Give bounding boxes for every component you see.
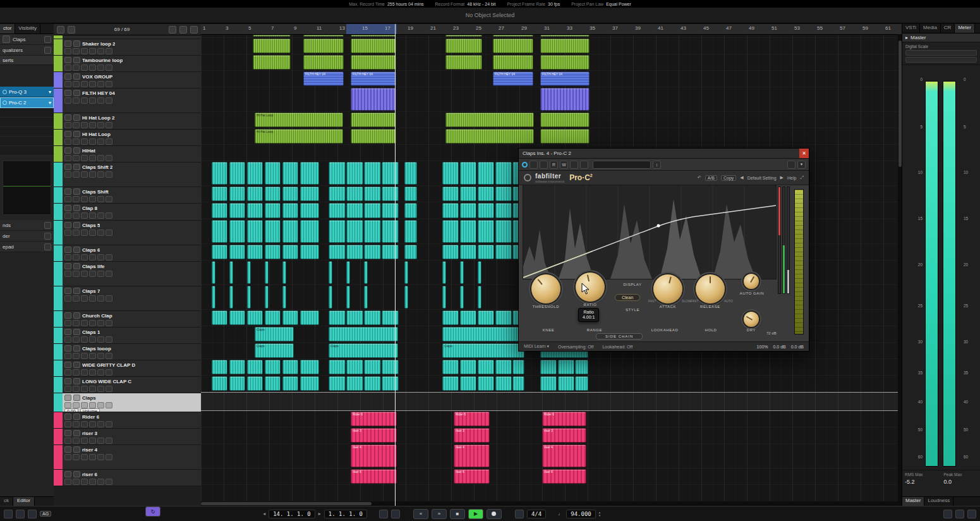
solo-button[interactable] xyxy=(73,205,80,211)
audio-clip[interactable] xyxy=(442,162,459,185)
freeze-button[interactable] xyxy=(106,271,112,277)
freeze-button[interactable] xyxy=(106,122,112,128)
audio-clip[interactable] xyxy=(478,376,494,391)
audio-clip[interactable] xyxy=(512,376,524,391)
edit-channel-button[interactable] xyxy=(81,171,88,178)
audio-clip[interactable]: Hi Hat Loop xyxy=(255,129,343,144)
track-row[interactable]: Clap 8 xyxy=(54,204,201,221)
solo-button[interactable] xyxy=(73,147,80,154)
monitor-button[interactable] xyxy=(73,438,80,444)
audio-clip[interactable] xyxy=(540,129,590,144)
automation-write-button[interactable] xyxy=(97,336,104,343)
automation-write-button[interactable] xyxy=(97,254,104,260)
audio-clip[interactable] xyxy=(382,203,399,218)
read-button[interactable]: R xyxy=(550,161,558,169)
monitor-button[interactable] xyxy=(73,454,80,460)
record-arm-button[interactable] xyxy=(64,64,71,71)
audio-clip[interactable] xyxy=(460,286,464,309)
automation-read-button[interactable] xyxy=(89,171,96,178)
undo-icon[interactable]: ↶ xyxy=(698,175,701,180)
sidebar-tab-ctor[interactable]: ctor xyxy=(0,24,15,34)
monitor-button[interactable] xyxy=(73,97,80,104)
audio-clip[interactable] xyxy=(382,245,399,259)
audio-clip[interactable] xyxy=(247,187,263,201)
freeze-button[interactable] xyxy=(106,97,112,104)
audio-clip[interactable] xyxy=(575,376,588,391)
monitor-button[interactable] xyxy=(73,402,80,408)
track-row[interactable]: Claps 6 xyxy=(54,245,201,262)
audio-clip[interactable] xyxy=(404,261,408,284)
audio-clip[interactable]: FILTH HEY 04 xyxy=(303,71,344,86)
audio-clip[interactable] xyxy=(265,261,269,284)
audio-clip[interactable] xyxy=(382,360,399,374)
audio-clip[interactable] xyxy=(478,203,494,218)
forward-button[interactable]: » xyxy=(432,509,447,519)
solo-button[interactable] xyxy=(73,188,80,195)
audio-clip[interactable] xyxy=(478,360,494,374)
automation-read-button[interactable] xyxy=(89,230,96,236)
monitor-button[interactable] xyxy=(73,421,80,427)
automation-write-button[interactable] xyxy=(97,271,104,277)
monitor-button[interactable] xyxy=(73,479,80,485)
audio-clip[interactable] xyxy=(442,187,459,201)
audio-clip[interactable] xyxy=(212,220,227,243)
signature-display[interactable]: 4/4 xyxy=(527,510,546,518)
solo-button[interactable] xyxy=(73,131,80,137)
track-row[interactable]: Church Clap xyxy=(54,311,201,328)
audio-clip[interactable] xyxy=(247,261,251,284)
monitor-button[interactable] xyxy=(73,138,80,145)
position-display[interactable]: 14. 1. 1. 0 xyxy=(269,510,315,518)
list-icon[interactable] xyxy=(169,26,176,34)
audio-clip[interactable] xyxy=(303,39,344,53)
audio-clip[interactable] xyxy=(346,203,363,218)
freeze-button[interactable] xyxy=(106,81,112,87)
audio-clip[interactable] xyxy=(442,327,524,341)
mute-button[interactable] xyxy=(64,288,71,294)
audio-clip[interactable]: Claps xyxy=(255,327,294,341)
record-arm-button[interactable] xyxy=(64,336,71,343)
meter-tab-master[interactable]: Master xyxy=(902,497,924,506)
automation-write-button[interactable] xyxy=(97,320,104,326)
compression-graph[interactable] xyxy=(523,185,777,279)
edit-channel-button[interactable] xyxy=(81,97,88,104)
audio-clip[interactable] xyxy=(460,376,476,391)
audio-clip[interactable] xyxy=(253,35,291,37)
audio-clip[interactable] xyxy=(346,220,363,243)
automation-read-button[interactable] xyxy=(89,454,96,460)
monitor-button[interactable] xyxy=(73,271,80,277)
solo-button[interactable] xyxy=(73,362,80,368)
mute-button[interactable] xyxy=(64,430,71,436)
release-knob[interactable] xyxy=(696,274,725,303)
automation-read-button[interactable] xyxy=(89,122,96,128)
audio-clip[interactable]: riser 4 xyxy=(542,444,586,467)
automation-read-button[interactable] xyxy=(89,479,96,485)
ab-compare-button[interactable]: A/B xyxy=(705,175,717,181)
solo-button[interactable] xyxy=(73,378,80,384)
sidebar-section-nds[interactable]: nds xyxy=(0,220,54,231)
audio-clip[interactable] xyxy=(329,162,346,185)
oversampling-setting[interactable]: Oversampling: Off xyxy=(558,345,593,349)
automation-write-button[interactable] xyxy=(97,155,104,161)
automation-write-button[interactable] xyxy=(97,386,104,392)
chevron-down-icon[interactable]: ▾ xyxy=(797,161,806,169)
audio-clip[interactable] xyxy=(212,162,227,185)
automation-write-button[interactable] xyxy=(97,122,104,128)
automation-read-button[interactable] xyxy=(89,421,96,427)
edit-channel-button[interactable] xyxy=(81,402,88,408)
automation-read-button[interactable] xyxy=(89,138,96,145)
solo-button[interactable] xyxy=(73,312,80,319)
edit-channel-button[interactable] xyxy=(81,155,88,161)
record-arm-button[interactable] xyxy=(64,196,71,202)
audio-clip[interactable] xyxy=(364,376,381,391)
freeze-button[interactable] xyxy=(106,212,112,219)
plugin-title-bar[interactable]: Claps Ins. 4 - Pro-C 2 ✕ xyxy=(519,149,809,159)
audio-clip[interactable] xyxy=(300,187,319,201)
audio-clip[interactable] xyxy=(382,220,399,243)
solo-button[interactable] xyxy=(73,263,80,269)
freeze-button[interactable] xyxy=(106,454,112,460)
mute-button[interactable] xyxy=(64,395,71,401)
mute-button[interactable] xyxy=(64,147,71,154)
power-icon[interactable] xyxy=(3,90,7,94)
write-button[interactable]: W xyxy=(560,161,568,169)
audio-clip[interactable] xyxy=(229,261,233,284)
